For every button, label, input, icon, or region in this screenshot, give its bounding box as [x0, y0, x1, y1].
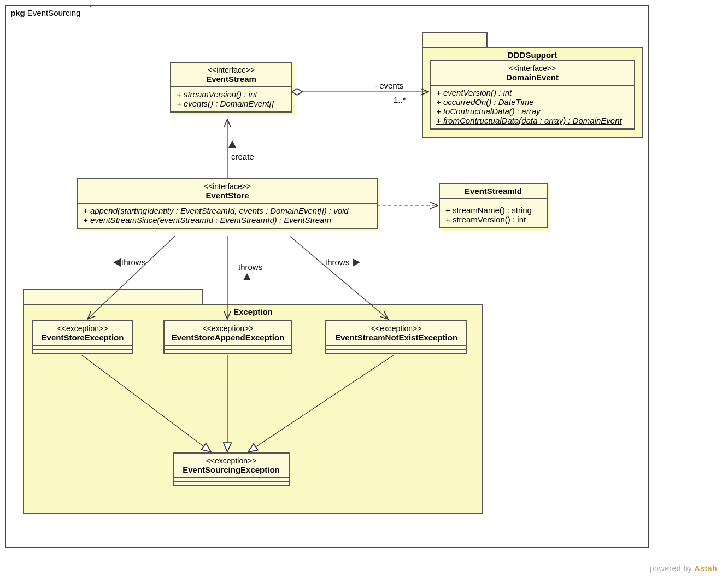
operation: + fromContructualData(data : array) : Do…: [436, 116, 629, 125]
label-events: - events: [374, 81, 403, 90]
label-throws-1: throws: [121, 257, 145, 267]
stereotype: <<exception>>: [333, 324, 460, 333]
class-name: EventStreamId: [447, 186, 540, 196]
class-name: EventStore: [84, 191, 371, 200]
operation: + events() : DomainEvent[]: [177, 99, 286, 108]
stereotype: <<interface>>: [84, 182, 371, 191]
operation: + streamVersion() : int: [445, 215, 541, 224]
operation: + eventVersion() : int: [436, 88, 629, 97]
class-eventstreamnotexistexception: <<exception>> EventStreamNotExistExcepti…: [325, 320, 467, 354]
label-create: create: [231, 152, 254, 161]
label-throws-3: throws: [325, 257, 349, 267]
class-domainevent: <<interface>> DomainEvent + eventVersion…: [430, 60, 635, 130]
footer-brand: Astah: [695, 564, 717, 573]
label-throws-2: throws: [238, 262, 262, 272]
operation: + occurredOn() : DateTime: [436, 97, 629, 107]
class-name: EventStreamNotExistException: [333, 333, 460, 342]
operation: + streamVersion() : int: [177, 90, 286, 99]
class-eventstreamid: EventStreamId + streamName() : string + …: [439, 183, 548, 228]
class-eventstoreexception: <<exception>> EventStoreException: [32, 320, 133, 354]
operation: + append(startingIdentity : EventStreamI…: [83, 206, 372, 215]
footer: powered by Astah: [650, 564, 717, 573]
operation: + toContructualData() : array: [436, 107, 629, 116]
class-name: EventStoreException: [39, 333, 126, 342]
frame-name: EventSourcing: [27, 8, 81, 17]
package-tab-dddsupport: [422, 32, 488, 48]
class-operations: + streamName() : string + streamVersion(…: [440, 203, 547, 227]
stereotype: <<exception>>: [171, 324, 285, 333]
label-multiplicity: 1..*: [394, 95, 406, 104]
class-operations: + eventVersion() : int + occurredOn() : …: [431, 85, 634, 128]
class-eventstream: <<interface>> EventStream + streamVersio…: [170, 62, 292, 113]
class-name: EventSourcingException: [180, 465, 282, 474]
stereotype: <<exception>>: [180, 456, 282, 465]
operation: + streamName() : string: [445, 205, 541, 215]
class-eventstore: <<interface>> EventStore + append(starti…: [77, 178, 378, 229]
operation: + eventStreamSince(eventStreamId : Event…: [83, 215, 372, 225]
frame-tab: pkg EventSourcing: [5, 5, 91, 20]
frame-prefix: pkg: [10, 8, 25, 17]
package-name: Exception: [24, 305, 482, 319]
class-operations: + streamVersion() : int + events() : Dom…: [171, 87, 291, 111]
class-name: DomainEvent: [437, 73, 627, 82]
footer-text: powered by: [650, 564, 695, 573]
stereotype: <<interface>>: [437, 64, 627, 73]
class-eventsourcingexception: <<exception>> EventSourcingException: [173, 452, 290, 486]
stereotype: <<interface>>: [178, 66, 285, 74]
class-name: EventStoreAppendException: [171, 333, 285, 342]
class-name: EventStream: [178, 74, 285, 84]
stereotype: <<exception>>: [39, 324, 126, 333]
class-operations: + append(startingIdentity : EventStreamI…: [78, 203, 377, 228]
class-eventstoreappendexception: <<exception>> EventStoreAppendException: [163, 320, 292, 354]
